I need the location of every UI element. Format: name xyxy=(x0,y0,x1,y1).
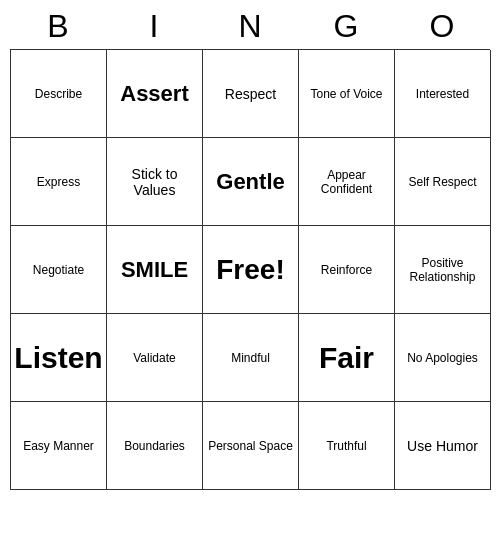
cell-r1-c3: Appear Confident xyxy=(299,138,395,226)
header-letter: I xyxy=(108,8,200,45)
cell-r2-c0: Negotiate xyxy=(11,226,107,314)
bingo-grid: DescribeAssertRespectTone of VoiceIntere… xyxy=(10,49,490,490)
cell-r3-c0: Listen xyxy=(11,314,107,402)
cell-r2-c2: Free! xyxy=(203,226,299,314)
cell-r4-c3: Truthful xyxy=(299,402,395,490)
cell-r4-c2: Personal Space xyxy=(203,402,299,490)
header-letter: G xyxy=(300,8,392,45)
cell-r1-c1: Stick to Values xyxy=(107,138,203,226)
cell-r3-c1: Validate xyxy=(107,314,203,402)
cell-r4-c0: Easy Manner xyxy=(11,402,107,490)
cell-r3-c4: No Apologies xyxy=(395,314,491,402)
cell-r0-c1: Assert xyxy=(107,50,203,138)
header-letter: B xyxy=(12,8,104,45)
cell-r4-c1: Boundaries xyxy=(107,402,203,490)
cell-r1-c2: Gentle xyxy=(203,138,299,226)
bingo-card: BINGO DescribeAssertRespectTone of Voice… xyxy=(10,8,490,490)
cell-r2-c1: SMILE xyxy=(107,226,203,314)
cell-r4-c4: Use Humor xyxy=(395,402,491,490)
cell-r3-c2: Mindful xyxy=(203,314,299,402)
cell-r0-c4: Interested xyxy=(395,50,491,138)
bingo-header: BINGO xyxy=(10,8,490,45)
cell-r2-c3: Reinforce xyxy=(299,226,395,314)
cell-r1-c0: Express xyxy=(11,138,107,226)
cell-r0-c0: Describe xyxy=(11,50,107,138)
cell-r0-c3: Tone of Voice xyxy=(299,50,395,138)
cell-r0-c2: Respect xyxy=(203,50,299,138)
cell-r2-c4: Positive Relationship xyxy=(395,226,491,314)
cell-r1-c4: Self Respect xyxy=(395,138,491,226)
header-letter: O xyxy=(396,8,488,45)
header-letter: N xyxy=(204,8,296,45)
cell-r3-c3: Fair xyxy=(299,314,395,402)
